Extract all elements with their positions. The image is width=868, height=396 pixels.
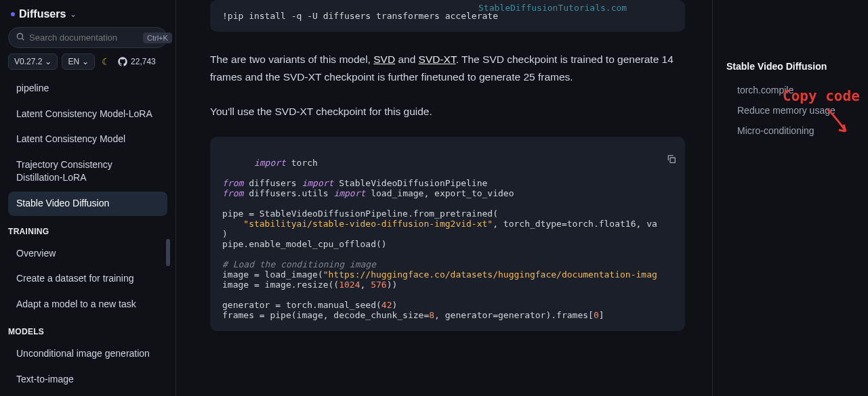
sidebar-item[interactable]: Overview xyxy=(8,242,167,266)
code-token: ] xyxy=(599,310,604,320)
code-token: 42 xyxy=(381,300,392,310)
code-token: "https://huggingface.co/datasets/hugging… xyxy=(323,269,657,280)
brand-name: Diffusers xyxy=(19,8,66,20)
code-block-main: import torch from diffusers import Stabl… xyxy=(210,137,685,331)
link-svd-xt[interactable]: SVD-XT xyxy=(419,53,456,65)
code-token: diffusers.utils xyxy=(243,188,333,198)
sidebar-item[interactable]: Create a dataset for training xyxy=(8,267,167,291)
code-token: )) xyxy=(387,280,398,290)
code-token: 0 xyxy=(594,310,599,320)
toc-item[interactable]: Micro-conditioning xyxy=(726,120,857,141)
code-token: torch xyxy=(286,158,318,168)
code-token: # Load the conditioning image xyxy=(222,259,376,269)
lang-label: EN xyxy=(68,57,79,66)
code-token: 1024 xyxy=(339,280,360,290)
code-token: pipe = StableVideoDiffusionPipeline.from… xyxy=(222,208,498,219)
code-token: load_image, export_to_video xyxy=(365,188,514,198)
content: !pip install -q -U diffusers transformer… xyxy=(176,0,712,396)
github-stars: 22,743 xyxy=(131,57,156,66)
svg-point-0 xyxy=(17,33,22,39)
code-token: pipe.enable_model_cpu_offload() xyxy=(222,239,387,249)
sidebar-item[interactable]: Trajectory Consistency Distillation-LoRA xyxy=(8,153,167,190)
code-token: , generator=generator).frames[ xyxy=(434,310,594,320)
code-token xyxy=(222,219,243,229)
copy-icon xyxy=(666,154,677,164)
toc-title[interactable]: Stable Video Diffusion xyxy=(726,61,857,72)
sidebar-item[interactable]: Adapt a model to a new task xyxy=(8,292,167,317)
search-box[interactable]: Ctrl+K xyxy=(8,27,167,48)
code-line: !pip install -q -U diffusers transformer… xyxy=(222,11,498,21)
code-token: ) xyxy=(222,229,228,239)
github-link[interactable]: 22,743 xyxy=(117,56,156,67)
scrollbar-thumb[interactable] xyxy=(166,239,170,266)
lang-dropdown[interactable]: EN ⌄ xyxy=(62,53,95,70)
toc: Stable Video Diffusion torch.compile Red… xyxy=(712,0,868,396)
search-kbd: Ctrl+K xyxy=(143,32,172,43)
brand-dot-icon xyxy=(11,12,15,16)
code-token: StableVideoDiffusionPipeline xyxy=(333,178,487,188)
nav-heading: TRAINING xyxy=(8,217,167,242)
code-token: diffusers xyxy=(243,178,302,188)
code-token: from xyxy=(222,178,243,188)
paragraph: The are two variants of this model, SVD … xyxy=(210,51,685,87)
code-token: "stabilityai/stable-video-diffusion-img2… xyxy=(243,219,493,229)
code-token: image = image.resize(( xyxy=(222,280,339,290)
code-block-install: !pip install -q -U diffusers transformer… xyxy=(210,0,685,32)
sidebar-item-active[interactable]: Stable Video Diffusion xyxy=(8,192,167,216)
github-icon xyxy=(117,56,128,67)
svg-line-1 xyxy=(22,39,24,41)
svg-rect-2 xyxy=(670,158,675,162)
sidebar: Diffusers ⌄ Ctrl+K V0.27.2 ⌄ EN ⌄ ☾ 22,7… xyxy=(0,0,176,396)
code-token: from xyxy=(222,188,243,198)
toc-item[interactable]: torch.compile xyxy=(726,80,857,100)
code-token: , xyxy=(360,280,371,290)
search-icon xyxy=(16,32,25,43)
toc-item[interactable]: Reduce memory usage xyxy=(726,100,857,120)
code-token: 8 xyxy=(429,310,434,320)
theme-toggle-icon[interactable]: ☾ xyxy=(99,56,113,67)
chevron-down-icon: ⌄ xyxy=(82,57,89,66)
brand-row[interactable]: Diffusers ⌄ xyxy=(5,7,170,27)
version-dropdown[interactable]: V0.27.2 ⌄ xyxy=(8,53,58,70)
paragraph: You'll use the SVD-XT checkpoint for thi… xyxy=(210,103,685,120)
code-token: import xyxy=(302,178,333,188)
sidebar-item[interactable]: pipeline xyxy=(8,76,167,101)
code-token: frames = pipe(image, decode_chunk_size= xyxy=(222,310,429,320)
top-controls: V0.27.2 ⌄ EN ⌄ ☾ 22,743 xyxy=(5,53,170,76)
copy-button[interactable] xyxy=(623,144,677,177)
nav-list: pipeline Latent Consistency Model-LoRA L… xyxy=(5,76,170,389)
code-token: import xyxy=(254,158,286,168)
sidebar-item[interactable]: Unconditional image generation xyxy=(8,342,167,366)
sidebar-item[interactable]: Text-to-image xyxy=(8,368,167,389)
code-token: 576 xyxy=(371,280,386,290)
code-token: , torch_dtype=torch.float16, va xyxy=(493,219,657,229)
version-label: V0.27.2 xyxy=(14,57,42,66)
sidebar-item[interactable]: Latent Consistency Model xyxy=(8,127,167,152)
chevron-down-icon: ⌄ xyxy=(45,57,51,66)
link-svd[interactable]: SVD xyxy=(373,53,395,65)
code-token: ) xyxy=(392,300,397,310)
main: !pip install -q -U diffusers transformer… xyxy=(176,0,868,396)
code-token: import xyxy=(333,188,365,198)
nav-heading: MODELS xyxy=(8,317,167,342)
code-token: image = load_image( xyxy=(222,269,323,280)
sidebar-item[interactable]: Latent Consistency Model-LoRA xyxy=(8,102,167,127)
text: and xyxy=(395,53,418,65)
text: The are two variants of this model, xyxy=(210,53,373,65)
search-input[interactable] xyxy=(29,32,143,43)
code-token: generator = torch.manual_seed( xyxy=(222,300,381,310)
chevron-down-icon: ⌄ xyxy=(70,9,77,19)
